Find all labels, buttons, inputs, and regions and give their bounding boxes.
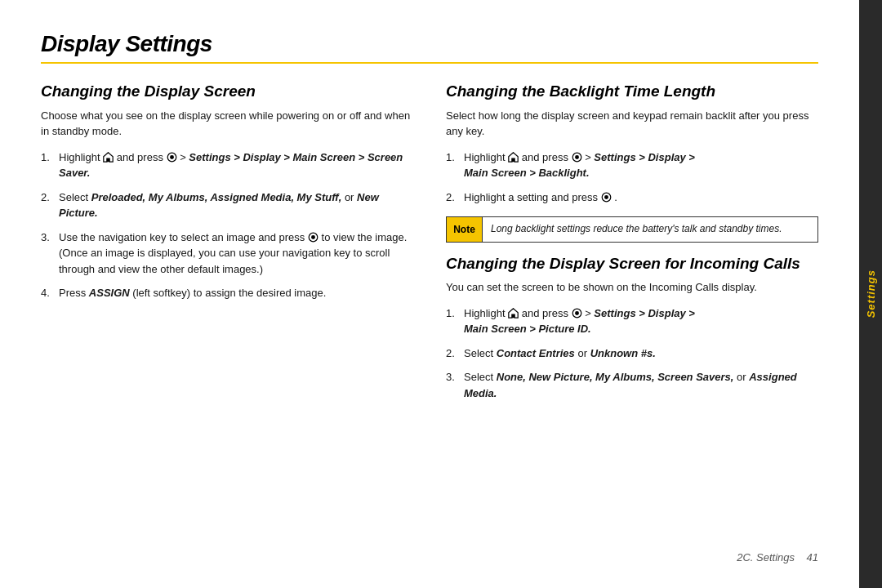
step-text: Use the navigation key to select an imag… bbox=[59, 229, 413, 278]
step-text: Press ASSIGN (left softkey) to assign th… bbox=[59, 285, 413, 301]
footer-text: 2C. Settings 41 bbox=[737, 551, 818, 564]
section-title-display-screen: Changing the Display Screen bbox=[41, 82, 413, 101]
ok-icon bbox=[308, 232, 318, 243]
step-number: 2. bbox=[446, 189, 459, 206]
sidebar-tab-label: Settings bbox=[865, 270, 877, 318]
step-list-incoming: 1. Highlight and press bbox=[446, 305, 818, 402]
svg-point-12 bbox=[575, 311, 579, 315]
step-number: 2. bbox=[41, 189, 54, 206]
home-icon bbox=[103, 152, 114, 163]
home-icon bbox=[508, 308, 519, 318]
section-desc-incoming: You can set the screen to be shown on th… bbox=[446, 279, 818, 296]
step-number: 3. bbox=[41, 229, 54, 246]
page-footer: 2C. Settings 41 bbox=[41, 545, 818, 564]
step-text: Select None, New Picture, My Albums, Scr… bbox=[464, 369, 818, 401]
two-col-layout: Changing the Display Screen Choose what … bbox=[41, 82, 818, 545]
svg-rect-10 bbox=[512, 314, 514, 318]
step-text: Highlight and press > Settings > Display… bbox=[464, 149, 818, 181]
step-list-backlight: 1. Highlight and press bbox=[446, 149, 818, 206]
list-item: 2. Select Contact Entries or Unknown #s. bbox=[446, 345, 818, 362]
svg-point-7 bbox=[575, 155, 579, 159]
step-text: Highlight a setting and press . bbox=[464, 189, 818, 206]
ok-icon bbox=[167, 152, 177, 163]
step-number: 1. bbox=[446, 149, 459, 166]
step-number: 4. bbox=[41, 285, 54, 301]
step-text: Select Preloaded, My Albums, Assigned Me… bbox=[59, 189, 413, 221]
section-title-incoming: Changing the Display Screen for Incoming… bbox=[446, 254, 818, 274]
home-icon bbox=[508, 152, 519, 163]
step-number: 3. bbox=[446, 369, 459, 385]
svg-point-2 bbox=[170, 155, 174, 159]
step-number: 2. bbox=[446, 345, 459, 362]
svg-point-9 bbox=[604, 195, 608, 199]
step-number: 1. bbox=[41, 149, 54, 166]
page-container: Display Settings Changing the Display Sc… bbox=[0, 0, 882, 588]
page-title: Display Settings bbox=[41, 31, 818, 57]
ok-icon bbox=[601, 192, 612, 203]
step-text: Highlight and press > Settings > Display… bbox=[464, 305, 818, 337]
svg-rect-5 bbox=[512, 158, 514, 162]
svg-rect-0 bbox=[107, 158, 109, 162]
main-content: Display Settings Changing the Display Sc… bbox=[0, 0, 859, 588]
list-item: 1. Highlight and press bbox=[41, 149, 413, 181]
list-item: 1. Highlight and press bbox=[446, 305, 818, 337]
title-underline bbox=[41, 62, 818, 64]
list-item: 1. Highlight and press bbox=[446, 149, 818, 181]
svg-point-4 bbox=[311, 235, 315, 239]
col-right: Changing the Backlight Time Length Selec… bbox=[446, 82, 818, 545]
list-item: 3. Select None, New Picture, My Albums, … bbox=[446, 369, 818, 401]
note-text: Long backlight settings reduce the batte… bbox=[483, 217, 791, 241]
section-title-backlight: Changing the Backlight Time Length bbox=[446, 82, 818, 101]
col-left: Changing the Display Screen Choose what … bbox=[41, 82, 413, 545]
list-item: 2. Highlight a setting and press . bbox=[446, 189, 818, 206]
ok-icon bbox=[572, 308, 582, 318]
note-label: Note bbox=[447, 217, 483, 241]
step-list-left: 1. Highlight and press bbox=[41, 149, 413, 301]
section-desc-display-screen: Choose what you see on the display scree… bbox=[41, 108, 413, 140]
step-number: 1. bbox=[446, 305, 459, 322]
note-box: Note Long backlight settings reduce the … bbox=[446, 216, 818, 242]
ok-icon bbox=[572, 152, 582, 163]
list-item: 2. Select Preloaded, My Albums, Assigned… bbox=[41, 189, 413, 221]
step-text: Highlight and press > Settings > Display… bbox=[59, 149, 413, 181]
list-item: 3. Use the navigation key to select an i… bbox=[41, 229, 413, 278]
step-text: Select Contact Entries or Unknown #s. bbox=[464, 345, 818, 362]
sidebar-tab: Settings bbox=[859, 0, 882, 588]
list-item: 4. Press ASSIGN (left softkey) to assign… bbox=[41, 285, 413, 301]
section-desc-backlight: Select how long the display screen and k… bbox=[446, 108, 818, 140]
